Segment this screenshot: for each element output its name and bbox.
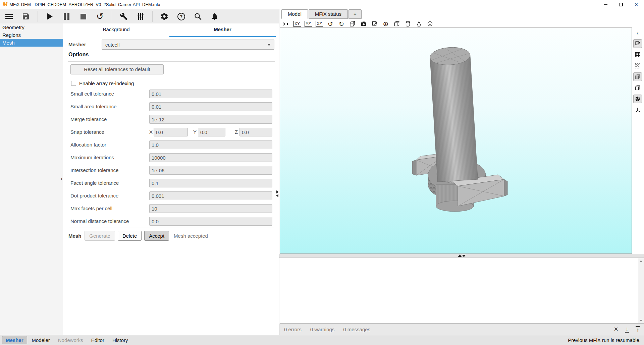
collapse-strip-handle[interactable]: ‹ <box>637 30 638 36</box>
small-area-tolerance-label: Small area tolerance <box>70 102 117 111</box>
reset-icon: ↺ <box>96 11 104 22</box>
mesh-accept-button[interactable]: Accept <box>144 231 169 241</box>
search-button[interactable] <box>193 11 203 21</box>
allocation-factor-input[interactable] <box>149 140 272 149</box>
mesh-pane: Background Mesher Mesher cutcell Options… <box>63 23 276 339</box>
tab-mesher[interactable]: Mesher <box>169 23 276 37</box>
clear-console-button[interactable]: × <box>614 326 618 332</box>
maximum-iterations-input[interactable] <box>149 153 272 162</box>
settings-button[interactable] <box>159 11 169 21</box>
alerts-button[interactable] <box>210 11 220 21</box>
toggle-mesh-button[interactable] <box>633 50 642 59</box>
max-facets-per-cell-input[interactable] <box>149 204 272 213</box>
small-cell-tolerance-input[interactable] <box>149 90 272 98</box>
intersection-tolerance-label: Intersection tolerance <box>70 166 118 175</box>
toolbar-separator <box>152 11 153 22</box>
scroll-to-top-button[interactable]: ↑ <box>636 326 640 333</box>
tab-background[interactable]: Background <box>63 23 169 37</box>
view-xy-label: XY <box>293 21 301 27</box>
restore-button[interactable] <box>613 0 629 9</box>
screenshot-button[interactable] <box>360 20 368 28</box>
axes-sphere-button[interactable]: ⊕ <box>382 20 390 28</box>
nav-item-mesh[interactable]: Mesh <box>0 39 63 47</box>
clip-button[interactable] <box>426 20 434 28</box>
mesh-delete-button[interactable]: Delete <box>118 231 142 241</box>
tab-mfix-status[interactable]: MFiX status <box>309 9 348 19</box>
chevron-down-icon <box>267 44 271 46</box>
snap-x-input[interactable] <box>154 128 188 136</box>
reset-view-button[interactable] <box>282 20 290 28</box>
small-area-tolerance-input[interactable] <box>149 102 272 111</box>
perspective-button[interactable] <box>348 20 357 28</box>
console-splitter-handle[interactable] <box>458 254 466 257</box>
view-toolbar: XY YZ XZ ↺ ↻ ⊕ <box>282 19 618 28</box>
toggle-wireframe-button[interactable] <box>633 83 642 92</box>
intersection-tolerance-input[interactable] <box>149 166 272 175</box>
rotate-right-button[interactable]: ↻ <box>337 20 345 28</box>
mode-history[interactable]: History <box>109 336 131 344</box>
reset-tolerances-button[interactable]: Reset all tolerances to default <box>70 64 164 74</box>
titlebar: M MFiX-DEM - DPIH_CFDDEM_AEROLIZER_V0_2S… <box>0 0 644 9</box>
mode-mesher[interactable]: Mesher <box>2 336 27 344</box>
cone-button[interactable] <box>415 20 423 28</box>
save-button[interactable] <box>21 11 31 21</box>
toggle-geometry-button[interactable] <box>633 39 642 48</box>
panel-splitter[interactable] <box>276 23 279 339</box>
run-button[interactable] <box>45 11 55 21</box>
toggle-axes-button[interactable] <box>633 106 642 114</box>
scroll-down-icon[interactable] <box>638 318 644 323</box>
array-reindexing-checkbox[interactable] <box>71 81 76 86</box>
nav-collapse-handle[interactable]: ‹ <box>61 176 62 181</box>
pause-button[interactable] <box>61 11 71 21</box>
build-button[interactable] <box>119 11 129 21</box>
grid-icon <box>635 52 641 58</box>
snap-y-input[interactable] <box>198 128 225 136</box>
minimize-button[interactable] <box>598 0 613 9</box>
scroll-up-icon[interactable] <box>638 258 644 264</box>
rotate-left-button[interactable]: ↺ <box>326 20 334 28</box>
toggle-scene-button[interactable] <box>633 72 642 81</box>
play-icon <box>47 13 53 20</box>
toggle-slice-button[interactable] <box>633 61 642 70</box>
close-button[interactable]: × <box>629 0 644 9</box>
snap-z-input[interactable] <box>239 128 272 136</box>
tab-model[interactable]: Model <box>281 9 308 19</box>
nav-item-geometry[interactable]: Geometry <box>0 23 63 31</box>
3d-viewport[interactable] <box>280 27 632 254</box>
nav-item-regions[interactable]: Regions <box>0 31 63 39</box>
dot-product-tolerance-input[interactable] <box>149 191 272 200</box>
help-button[interactable]: ? <box>176 11 186 21</box>
scroll-to-bottom-button[interactable]: ↓ <box>625 326 629 333</box>
message-console[interactable] <box>280 258 644 324</box>
slice-icon <box>635 63 641 69</box>
mode-editor[interactable]: Editor <box>88 336 108 344</box>
view-xz-button[interactable]: XZ <box>315 20 323 28</box>
merge-tolerance-input[interactable] <box>149 115 272 124</box>
panel-splitter-handle[interactable] <box>276 190 279 197</box>
view-yz-button[interactable]: YZ <box>304 20 312 28</box>
view-yz-label: YZ <box>305 21 312 27</box>
menu-button[interactable] <box>4 11 14 21</box>
main-toolbar: ↺ ? <box>0 9 279 23</box>
console-splitter[interactable] <box>279 254 644 258</box>
cube-icon <box>393 20 400 27</box>
mode-modeler[interactable]: Modeler <box>29 336 53 344</box>
stop-button[interactable] <box>78 11 88 21</box>
normal-distance-tolerance-input[interactable] <box>149 217 272 226</box>
cylinder-button[interactable] <box>404 20 412 28</box>
sliders-icon <box>137 12 145 20</box>
reset-button[interactable]: ↺ <box>95 11 105 21</box>
console-scrollbar[interactable] <box>638 258 644 323</box>
mesh-generate-button[interactable]: Generate <box>85 231 115 241</box>
pause-icon <box>64 13 69 20</box>
facet-angle-tolerance-input[interactable] <box>149 179 272 187</box>
toggle-particles-button[interactable] <box>633 95 642 103</box>
mesher-combobox[interactable]: cutcell <box>102 40 274 50</box>
parameters-button[interactable] <box>136 11 146 21</box>
view-xy-button[interactable]: XY <box>293 20 301 28</box>
cube-button[interactable] <box>393 20 401 28</box>
array-reindexing-label: Enable array re-indexing <box>79 80 134 86</box>
dot-product-tolerance-label: Dot product tolerance <box>70 191 118 200</box>
tab-add[interactable]: + <box>348 9 362 19</box>
geometry-visibility-button[interactable] <box>371 20 379 28</box>
